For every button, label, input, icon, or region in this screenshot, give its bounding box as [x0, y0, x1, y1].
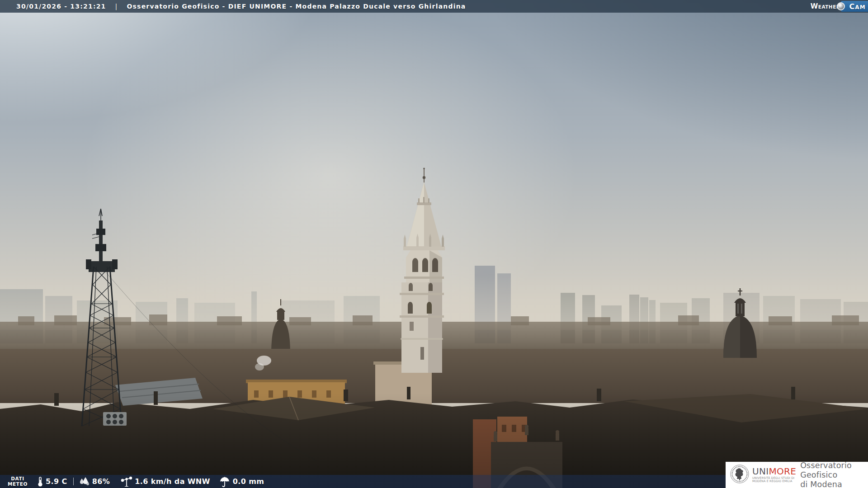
precipitation-item: 0.0 mm	[219, 476, 264, 487]
university-name-line2: MODENA E REGGIO EMILIA	[752, 480, 796, 483]
bar-divider	[73, 478, 74, 485]
unimore-more-text: MORE	[769, 466, 796, 477]
top-info-bar: 30/01/2026 - 13:21:21 | Osservatorio Geo…	[0, 0, 868, 13]
dati-meteo-label: DATI METEO	[7, 476, 28, 487]
weathercam-weather-text: WEATHER	[811, 2, 840, 10]
humidity-item: 86%	[79, 477, 110, 487]
thermometer-icon	[37, 476, 43, 487]
unimore-uni-text: UNI	[752, 466, 769, 477]
water-drops-icon	[79, 477, 90, 487]
page-title: Osservatorio Geofisico - DIEF UNIMORE - …	[127, 3, 466, 10]
weathercam-cam-box: CAM	[841, 1, 868, 12]
wind-item: 1.6 km/h da WNW	[121, 476, 210, 487]
temperature-item: 5.9 C	[37, 476, 67, 487]
observatory-name: Osservatorio Geofisico di Modena	[800, 461, 868, 488]
temperature-value: 5.9 C	[46, 477, 67, 486]
unimore-crest-icon	[730, 465, 749, 485]
humidity-value: 86%	[92, 477, 110, 486]
separator: |	[115, 3, 118, 10]
datetime-label: 30/01/2026 - 13:21:21	[16, 3, 106, 10]
unimore-credit-box[interactable]: UNIMORE UNIVERSITÀ DEGLI STUDI DI MODENA…	[726, 462, 868, 488]
weathercam-cam-text: CAM	[849, 2, 866, 11]
umbrella-icon	[219, 476, 230, 487]
wind-value: 1.6 km/h da WNW	[135, 477, 210, 486]
anemometer-icon	[121, 476, 132, 487]
unimore-wordmark: UNIMORE UNIVERSITÀ DEGLI STUDI DI MODENA…	[752, 467, 796, 483]
webcam-page: 30/01/2026 - 13:21:21 | Osservatorio Geo…	[0, 0, 868, 488]
webcam-photo	[0, 0, 868, 488]
camera-lens-icon	[837, 2, 845, 10]
weathercam-logo[interactable]: WEATHER CAM	[811, 0, 868, 12]
precipitation-value: 0.0 mm	[233, 477, 264, 486]
ghirlandina-tower	[400, 168, 445, 373]
